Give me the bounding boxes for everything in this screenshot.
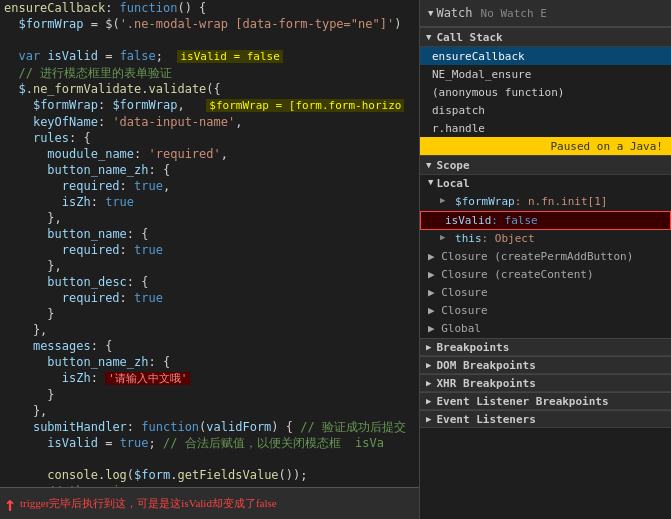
annotation-text: trigger完毕后执行到这，可是是这isValid却变成了false	[20, 496, 277, 511]
code-line: },	[0, 322, 419, 338]
code-line: $formWrap = $('.ne-modal-wrap [data-form…	[0, 16, 419, 32]
scope-item-closure-2[interactable]: ▶ Closure (createContent)	[420, 266, 671, 284]
code-line: button_name_zh: {	[0, 354, 419, 370]
annotation-arrow-icon: ↑	[4, 492, 16, 516]
xhr-breakpoints-header[interactable]: ▶ XHR Breakpoints	[420, 374, 671, 392]
event-listeners-title: Event Listeners	[436, 413, 535, 426]
call-stack-header[interactable]: ▼ Call Stack	[420, 27, 671, 47]
scope-item-global[interactable]: ▶ Global	[420, 320, 671, 338]
code-line: button_name_zh: {	[0, 162, 419, 178]
formwrap-badge: $formWrap = [form.form-horizo	[206, 99, 404, 112]
breakpoints-title: Breakpoints	[436, 341, 509, 354]
scope-item-closure-3[interactable]: ▶ Closure	[420, 284, 671, 302]
code-line: },	[0, 403, 419, 419]
stack-item-rhandle[interactable]: r.handle	[420, 119, 671, 137]
scope-item-closure-1[interactable]: ▶ Closure (createPermAddButton)	[420, 248, 671, 266]
code-line-formwrap: $formWrap: $formWrap, $formWrap = [form.…	[0, 97, 419, 114]
scope-item-isvalid[interactable]: isValid : false	[420, 211, 671, 230]
code-line: messages: {	[0, 338, 419, 354]
code-line: submitHandler: function(validForm) { // …	[0, 419, 419, 435]
code-line: $.ne_formValidate.validate({	[0, 81, 419, 97]
call-stack-section: ensureCallback NE_Modal_ensure (anonymou…	[420, 47, 671, 155]
editor-panel: ensureCallback: function() { $formWrap =…	[0, 0, 420, 519]
code-line: // 进行模态框里的表单验证	[0, 65, 419, 81]
annotation-bar: ↑ trigger完毕后执行到这，可是是这isValid却变成了false	[0, 487, 419, 519]
watch-section-header[interactable]: ▼ Watch No Watch E	[420, 0, 671, 27]
paused-notice: Paused on a Java!	[420, 137, 671, 155]
xhr-bp-icon: ▶	[426, 378, 431, 388]
code-line: }	[0, 387, 419, 403]
stack-item-anonymous[interactable]: (anonymous function)	[420, 83, 671, 101]
scope-header[interactable]: ▼ Scope	[420, 155, 671, 175]
watch-title: Watch	[436, 6, 472, 20]
scope-item-this[interactable]: ▶ this : Object	[420, 230, 671, 248]
code-line	[0, 32, 419, 48]
stack-item-dispatch[interactable]: dispatch	[420, 101, 671, 119]
stack-item-ne-modal[interactable]: NE_Modal_ensure	[420, 65, 671, 83]
xhr-breakpoints-title: XHR Breakpoints	[436, 377, 535, 390]
code-line: button_name: {	[0, 226, 419, 242]
scope-title: Scope	[436, 159, 469, 172]
breakpoints-icon: ▶	[426, 342, 431, 352]
code-line: isZh: true	[0, 194, 419, 210]
code-line: keyOfName: 'data-input-name',	[0, 114, 419, 130]
code-line: isValid = true; // 合法后赋值，以便关闭模态框 isVa	[0, 435, 419, 451]
local-label: ▼ Local	[420, 175, 671, 193]
code-line: }	[0, 306, 419, 322]
watch-no-item-label: No Watch E	[481, 7, 547, 20]
iszh-badge: '请输入中文哦'	[105, 372, 190, 385]
code-line-isvalid: var isValid = false; isValid = false	[0, 48, 419, 65]
code-line	[0, 451, 419, 467]
event-listener-bp-icon: ▶	[426, 396, 431, 406]
call-stack-title: Call Stack	[436, 31, 502, 44]
scope-section: ▼ Local ▶ $formWrap : n.fn.init[1] isVal…	[420, 175, 671, 519]
event-listeners-icon: ▶	[426, 414, 431, 424]
code-line: console.log($form.getFieldsValue());	[0, 467, 419, 483]
breakpoints-header[interactable]: ▶ Breakpoints	[420, 338, 671, 356]
code-line: required: true	[0, 290, 419, 306]
event-listener-bp-title: Event Listener Breakpoints	[436, 395, 608, 408]
code-line: moudule_name: 'required',	[0, 146, 419, 162]
watch-collapse-icon: ▼	[428, 8, 433, 18]
code-line: },	[0, 210, 419, 226]
code-line: required: true	[0, 242, 419, 258]
call-stack-collapse-icon: ▼	[426, 32, 431, 42]
stack-item-ensure-callback[interactable]: ensureCallback	[420, 47, 671, 65]
event-listeners-header[interactable]: ▶ Event Listeners	[420, 410, 671, 428]
dom-breakpoints-title: DOM Breakpoints	[436, 359, 535, 372]
scope-item-closure-4[interactable]: ▶ Closure	[420, 302, 671, 320]
code-line: rules: {	[0, 130, 419, 146]
event-listener-bp-header[interactable]: ▶ Event Listener Breakpoints	[420, 392, 671, 410]
scope-collapse-icon: ▼	[426, 160, 431, 170]
dom-bp-icon: ▶	[426, 360, 431, 370]
isvalid-badge: isValid = false	[177, 50, 282, 63]
dom-breakpoints-header[interactable]: ▶ DOM Breakpoints	[420, 356, 671, 374]
local-collapse-icon: ▼	[428, 177, 433, 187]
code-line: },	[0, 258, 419, 274]
code-line: button_desc: {	[0, 274, 419, 290]
code-line: required: true,	[0, 178, 419, 194]
code-line: ensureCallback: function() {	[0, 0, 419, 16]
right-panel: ▼ Watch No Watch E ▼ Call Stack ensureCa…	[420, 0, 671, 519]
code-line-iszh: isZh: '请输入中文哦'	[0, 370, 419, 387]
code-area: ensureCallback: function() { $formWrap =…	[0, 0, 419, 487]
scope-item-formwrap[interactable]: ▶ $formWrap : n.fn.init[1]	[420, 193, 671, 211]
